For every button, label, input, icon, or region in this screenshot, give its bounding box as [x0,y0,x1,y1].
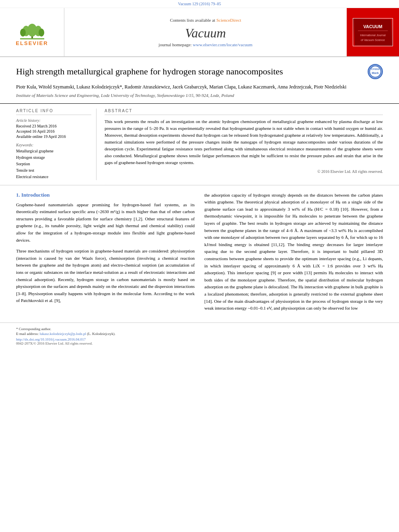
available-date: Available online 19 April 2016 [16,134,91,139]
vacuum-logo-svg: VACUUM International Journal of Vacuum S… [355,19,391,45]
abstract-col: ABSTRACT This work presents the results … [105,109,383,180]
affiliation-line: Institute of Materials Science and Engin… [16,93,383,98]
keyword-4: Tensile test [16,167,91,174]
body-right-col: the adsorption capacity of hydrogen stro… [204,192,383,316]
keyword-5: Electrical resistance [16,174,91,180]
crossmark-icon[interactable]: Cross Mark [368,64,383,79]
journal-center: Contents lists available at ScienceDirec… [64,8,347,56]
svg-text:VACUUM: VACUUM [363,24,382,29]
svg-text:Cross: Cross [371,67,379,71]
body-section: 1. Introduction Graphene-based nanomater… [0,185,399,322]
elsevier-tree-icon [18,18,46,40]
article-title: High strength metallurgical graphene for… [16,66,283,78]
keywords-section: Keywords: Metallurgical graphene Hydroge… [16,143,91,180]
svg-text:Mark: Mark [372,71,379,75]
article-info-heading: ARTICLE INFO [16,109,91,115]
authors-line: Piotr Kula, Witold Szymanski, Lukasz Kol… [16,83,383,90]
svg-rect-6 [20,38,44,39]
svg-point-4 [20,29,26,37]
body-left-col: 1. Introduction Graphene-based nanomater… [16,192,195,316]
email-address[interactable]: lukasz.kolodziejczyk@p.lodz.pl [39,332,86,336]
elsevier-logo-area: ELSEVIER [0,8,64,56]
footer-area: * Corresponding author. E-mail address: … [0,322,399,348]
svg-text:International Journal: International Journal [360,34,386,37]
keyword-2: Hydrogen storage [16,154,91,161]
received-date: Received 23 March 2016 [16,124,91,128]
crossmark-svg: Cross Mark [369,65,382,78]
svg-rect-9 [358,31,388,31]
keyword-1: Metallurgical graphene [16,148,91,154]
copyright-line: © 2016 Elsevier Ltd. All rights reserved… [105,169,383,174]
svg-rect-7 [355,19,391,45]
email-suffix: (L. Kolodziejczyk). [87,332,115,336]
issn-line: 0042-207X/© 2016 Elsevier Ltd. All right… [16,341,383,345]
intro-paragraph-1: Graphene-based nanomaterials appear prom… [16,201,195,244]
doi-line[interactable]: http://dx.doi.org/10.1016/j.vacuum.2016.… [16,337,383,341]
intro-heading: 1. Introduction [16,192,195,198]
sciencedirect-link[interactable]: ScienceDirect [216,18,241,23]
homepage-link[interactable]: www.elsevier.com/locate/vacuum [193,42,252,47]
footnote-star-line: * Corresponding author. [16,327,383,331]
two-col-section: ARTICLE INFO Article history: Received 2… [0,104,399,185]
history-label: Article history: [16,118,91,123]
footnote-email-line: E-mail address: lukasz.kolodziejczyk@p.l… [16,332,383,336]
svg-point-5 [39,29,44,37]
journal-header: ELSEVIER Contents lists available at Sci… [0,8,399,57]
accepted-date: Accepted 16 April 2016 [16,129,91,134]
article-info-col: ARTICLE INFO Article history: Received 2… [16,109,97,180]
doi-top-line: Vacuum 129 (2016) 79–85 [0,0,399,8]
vacuum-logo-area: VACUUM International Journal of Vacuum S… [347,8,399,56]
abstract-text: This work presents the results of an inv… [105,118,383,166]
page: Vacuum 129 (2016) 79–85 ELSEVIER Conte [0,0,399,532]
doi-top-text: Vacuum 129 (2016) 79–85 [178,2,221,6]
email-label: E-mail address: [16,332,39,336]
contents-line: Contents lists available at ScienceDirec… [170,18,241,23]
journal-name-header: Vacuum [185,26,226,41]
vacuum-logo-image: VACUUM International Journal of Vacuum S… [353,18,393,46]
intro-paragraph-right-1: the adsorption capacity of hydrogen stro… [204,192,383,312]
elsevier-label: ELSEVIER [16,40,48,46]
svg-text:of Vacuum Science: of Vacuum Science [361,39,385,41]
crossmark-area[interactable]: Cross Mark [368,64,383,79]
intro-paragraph-2: Three mechanisms of hydrogen sorption in… [16,248,195,304]
abstract-heading: ABSTRACT [105,109,383,115]
homepage-line: journal homepage: www.elsevier.com/locat… [158,42,252,47]
keyword-3: Sorption [16,161,91,167]
article-title-section: High strength metallurgical graphene for… [0,57,399,104]
keywords-label: Keywords: [16,143,91,147]
